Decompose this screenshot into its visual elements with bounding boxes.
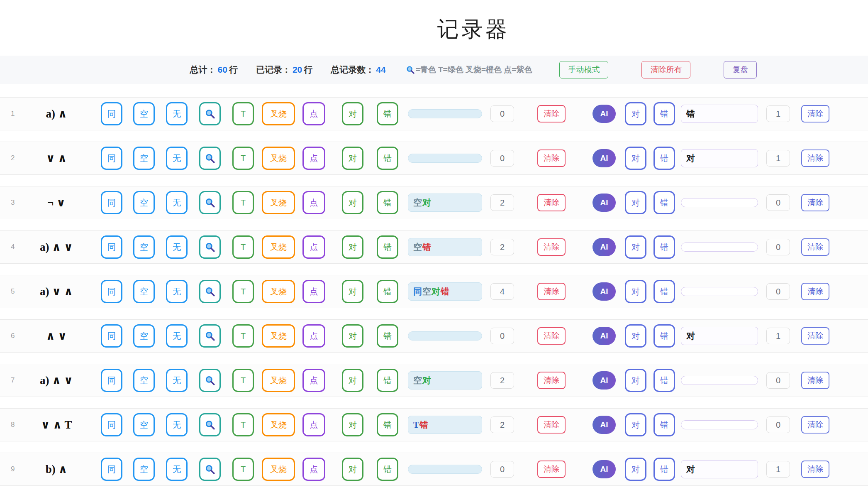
- wu-button[interactable]: 无: [166, 235, 188, 259]
- cuo-button[interactable]: 错: [377, 147, 398, 170]
- dian-button[interactable]: 点: [302, 102, 325, 125]
- kong-button[interactable]: 空: [133, 147, 155, 170]
- tong-button[interactable]: 同: [101, 235, 122, 259]
- chashao-button[interactable]: 叉烧: [262, 147, 295, 170]
- tong-button[interactable]: 同: [101, 147, 122, 170]
- kong-button[interactable]: 空: [133, 102, 155, 125]
- cuo-button[interactable]: 错: [377, 369, 398, 392]
- chashao-button[interactable]: 叉烧: [262, 324, 295, 348]
- ai-badge[interactable]: AI: [592, 282, 616, 301]
- ai-cuo-button[interactable]: 错: [653, 235, 675, 259]
- magnifier-button[interactable]: [199, 235, 221, 259]
- tong-button[interactable]: 同: [101, 280, 122, 303]
- cuo-button[interactable]: 错: [377, 413, 398, 436]
- magnifier-button[interactable]: [199, 413, 221, 436]
- t-button[interactable]: T: [232, 147, 254, 170]
- wu-button[interactable]: 无: [166, 191, 188, 214]
- ai-clear-button[interactable]: 清除: [801, 283, 829, 300]
- cuo-button[interactable]: 错: [377, 102, 398, 125]
- clear-row-button[interactable]: 清除: [537, 461, 566, 478]
- clear-row-button[interactable]: 清除: [537, 149, 566, 167]
- ai-dui-button[interactable]: 对: [625, 191, 646, 214]
- ai-badge[interactable]: AI: [592, 371, 616, 390]
- clear-row-button[interactable]: 清除: [537, 327, 566, 345]
- ai-dui-button[interactable]: 对: [625, 147, 646, 170]
- dian-button[interactable]: 点: [302, 280, 325, 303]
- ai-cuo-button[interactable]: 错: [653, 102, 675, 125]
- t-button[interactable]: T: [232, 235, 254, 259]
- magnifier-button[interactable]: [199, 458, 221, 481]
- chashao-button[interactable]: 叉烧: [262, 191, 295, 214]
- cuo-button[interactable]: 错: [377, 280, 398, 303]
- t-button[interactable]: T: [232, 191, 254, 214]
- ai-clear-button[interactable]: 清除: [801, 327, 829, 345]
- ai-badge[interactable]: AI: [592, 416, 616, 434]
- ai-badge[interactable]: AI: [592, 238, 616, 256]
- t-button[interactable]: T: [232, 413, 254, 436]
- clear-row-button[interactable]: 清除: [537, 283, 566, 300]
- tong-button[interactable]: 同: [101, 102, 122, 125]
- manual-mode-button[interactable]: 手动模式: [559, 61, 608, 78]
- ai-clear-button[interactable]: 清除: [801, 238, 829, 256]
- ai-dui-button[interactable]: 对: [625, 280, 646, 303]
- magnifier-button[interactable]: [199, 280, 221, 303]
- t-button[interactable]: T: [232, 369, 254, 392]
- ai-cuo-button[interactable]: 错: [653, 280, 675, 303]
- ai-cuo-button[interactable]: 错: [653, 147, 675, 170]
- dui-button[interactable]: 对: [342, 413, 363, 436]
- ai-dui-button[interactable]: 对: [625, 102, 646, 125]
- clear-row-button[interactable]: 清除: [537, 105, 566, 122]
- dian-button[interactable]: 点: [302, 324, 325, 348]
- ai-badge[interactable]: AI: [592, 460, 616, 478]
- magnifier-button[interactable]: [199, 191, 221, 214]
- kong-button[interactable]: 空: [133, 458, 155, 481]
- ai-cuo-button[interactable]: 错: [653, 413, 675, 436]
- ai-clear-button[interactable]: 清除: [801, 416, 829, 434]
- kong-button[interactable]: 空: [133, 191, 155, 214]
- wu-button[interactable]: 无: [166, 413, 188, 436]
- t-button[interactable]: T: [232, 102, 254, 125]
- t-button[interactable]: T: [232, 458, 254, 481]
- wu-button[interactable]: 无: [166, 102, 188, 125]
- dian-button[interactable]: 点: [302, 147, 325, 170]
- ai-clear-button[interactable]: 清除: [801, 372, 829, 389]
- dui-button[interactable]: 对: [342, 280, 363, 303]
- dui-button[interactable]: 对: [342, 369, 363, 392]
- tong-button[interactable]: 同: [101, 324, 122, 348]
- ai-dui-button[interactable]: 对: [625, 413, 646, 436]
- clear-row-button[interactable]: 清除: [537, 194, 566, 211]
- chashao-button[interactable]: 叉烧: [262, 102, 295, 125]
- dui-button[interactable]: 对: [342, 102, 363, 125]
- dui-button[interactable]: 对: [342, 147, 363, 170]
- dian-button[interactable]: 点: [302, 369, 325, 392]
- chashao-button[interactable]: 叉烧: [262, 458, 295, 481]
- kong-button[interactable]: 空: [133, 324, 155, 348]
- replay-button[interactable]: 复盘: [724, 61, 757, 78]
- dui-button[interactable]: 对: [342, 324, 363, 348]
- t-button[interactable]: T: [232, 280, 254, 303]
- dian-button[interactable]: 点: [302, 458, 325, 481]
- dui-button[interactable]: 对: [342, 458, 363, 481]
- dui-button[interactable]: 对: [342, 191, 363, 214]
- ai-dui-button[interactable]: 对: [625, 235, 646, 259]
- ai-cuo-button[interactable]: 错: [653, 324, 675, 348]
- ai-clear-button[interactable]: 清除: [801, 105, 829, 122]
- ai-dui-button[interactable]: 对: [625, 369, 646, 392]
- wu-button[interactable]: 无: [166, 324, 188, 348]
- wu-button[interactable]: 无: [166, 458, 188, 481]
- kong-button[interactable]: 空: [133, 413, 155, 436]
- chashao-button[interactable]: 叉烧: [262, 235, 295, 259]
- chashao-button[interactable]: 叉烧: [262, 413, 295, 436]
- ai-cuo-button[interactable]: 错: [653, 191, 675, 214]
- ai-cuo-button[interactable]: 错: [653, 369, 675, 392]
- cuo-button[interactable]: 错: [377, 324, 398, 348]
- clear-row-button[interactable]: 清除: [537, 416, 566, 434]
- magnifier-button[interactable]: [199, 369, 221, 392]
- dui-button[interactable]: 对: [342, 235, 363, 259]
- ai-badge[interactable]: AI: [592, 105, 616, 123]
- tong-button[interactable]: 同: [101, 413, 122, 436]
- tong-button[interactable]: 同: [101, 191, 122, 214]
- ai-cuo-button[interactable]: 错: [653, 458, 675, 481]
- kong-button[interactable]: 空: [133, 369, 155, 392]
- cuo-button[interactable]: 错: [377, 191, 398, 214]
